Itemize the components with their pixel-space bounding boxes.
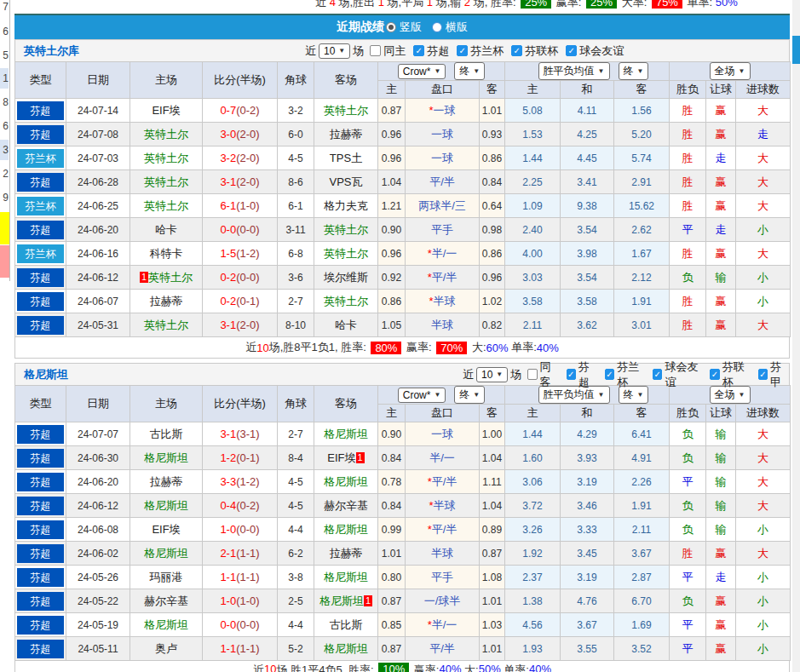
handicap-text: 平/半: [432, 475, 458, 488]
column-header-2: 主场: [130, 62, 203, 99]
summary-part: 60%: [486, 342, 509, 354]
result-handicap: 走: [706, 566, 736, 589]
handicap-text: 一球: [431, 152, 453, 164]
same-venue-checkbox[interactable]: [370, 45, 381, 56]
home-team: EIF埃: [130, 99, 203, 123]
layout-radio-vertical[interactable]: [386, 22, 396, 32]
result-wdl: 平: [670, 613, 706, 637]
crow-away-odds: 0.64: [480, 194, 505, 218]
odds-source-select[interactable]: Crow*▼: [398, 64, 446, 79]
mean-home-odds: 2.40: [505, 218, 561, 242]
overall-stats-part: 单率:: [684, 0, 716, 9]
handicap-line: *半球: [406, 290, 480, 313]
page: 765186329 近 4 场,胜出 1 场,平局 1 场,输 2 场, 胜率:…: [0, 0, 800, 672]
home-team-name: 格尼斯坦: [144, 547, 188, 560]
mean-home-odds: 3.06: [505, 470, 561, 494]
odds-source-select[interactable]: Crow*▼: [398, 388, 446, 403]
odds-final-select[interactable]: 终▼: [454, 386, 485, 404]
match-row: 芬超24-05-19格尼斯坦0-0(0-0)4-4古比斯0.85*半/一1.03…: [15, 613, 791, 637]
league-type-badge: 芬兰杯: [17, 149, 64, 168]
mean-final-select[interactable]: 终▼: [619, 62, 649, 80]
mean-home-odds: 3.58: [505, 290, 561, 313]
chevron-down-icon: ▼: [637, 391, 644, 399]
scrollbar-track[interactable]: [792, 0, 800, 672]
match-type-cell: 芬超: [15, 446, 66, 470]
league-checkbox-1[interactable]: ✓: [605, 369, 614, 380]
result-handicap: 输: [706, 518, 736, 542]
full-time-score: 0-7: [220, 104, 236, 117]
corner-score: 4-4: [278, 613, 314, 637]
sub-header-1: 盘口: [406, 81, 480, 99]
handicap-line: 两球半/三: [406, 194, 480, 218]
result-handicap: 走: [706, 218, 736, 242]
mean-type-select[interactable]: 胜平负均值▼: [538, 62, 610, 80]
home-team-name: 英特土尔: [148, 271, 193, 284]
matches-count-select[interactable]: 10▼: [476, 367, 508, 382]
away-team-name: 英特土尔: [324, 223, 368, 236]
overall-stats-bar: 近 4 场,胜出 1 场,平局 1 场,输 2 场, 胜率: 25% 赢率: 2…: [14, 0, 790, 15]
summary-part: 10: [256, 342, 268, 354]
match-type-cell: 芬超: [15, 637, 66, 661]
mean-away-odds: 2.26: [614, 470, 670, 494]
layout-radio-horizontal-label[interactable]: 横版: [446, 20, 468, 35]
scope-select[interactable]: 全场▼: [710, 62, 751, 80]
mean-final-select-value: 终: [624, 388, 634, 402]
league-checkbox-0[interactable]: ✓: [567, 369, 576, 380]
layout-radio-vertical-label[interactable]: 竖版: [400, 20, 422, 35]
column-header-5: 客场: [314, 62, 378, 99]
matches-count-select[interactable]: 10▼: [319, 43, 350, 59]
same-venue-label: 同客: [540, 359, 559, 390]
mean-away-odds: 2.62: [614, 218, 670, 242]
match-date: 24-06-20: [66, 218, 130, 242]
banner-title: 近期战绩: [337, 20, 384, 35]
handicap-line: 一球: [406, 123, 480, 146]
table-header-row-dropdowns: 类型日期主场比分(半场)角球客场Crow*▼终▼胜平负均值▼终▼全场▼: [15, 62, 791, 81]
odds-dropdown-cell: Crow*▼终▼: [378, 62, 505, 81]
league-checkbox-2[interactable]: ✓: [511, 45, 522, 56]
result-handicap: 赢: [706, 290, 736, 313]
result-wdl: 负: [670, 266, 706, 290]
league-type-badge: 芬超: [17, 473, 64, 491]
mean-home-odds: 1.60: [505, 446, 561, 470]
away-team: 拉赫蒂: [314, 123, 378, 146]
league-checkbox-0[interactable]: ✓: [413, 45, 424, 56]
away-team-name: EIF埃: [327, 451, 355, 464]
away-team: TPS土: [314, 146, 378, 170]
handicap-text: 半/一: [429, 451, 455, 464]
full-time-score: 0-2: [220, 271, 236, 284]
corner-score: 5-2: [278, 637, 314, 661]
scrollbar-thumb[interactable]: [792, 36, 800, 64]
odds-final-select[interactable]: 终▼: [454, 62, 485, 80]
away-team-name: 英特土尔: [324, 295, 368, 307]
league-checkbox-2[interactable]: ✓: [653, 369, 662, 380]
league-checkbox-1[interactable]: ✓: [457, 45, 468, 56]
result-wdl: 胜: [670, 99, 706, 123]
result-handicap: 赢: [706, 242, 736, 266]
league-checkbox-4[interactable]: ✓: [758, 369, 768, 380]
result-wdl: 平: [670, 470, 706, 494]
full-time-score: 3-2: [220, 152, 236, 164]
match-score: 3-2(2-0): [203, 146, 278, 170]
result-wdl: 胜: [670, 290, 706, 313]
match-score: 2-1(1-1): [203, 542, 278, 566]
away-team-name: 英特土尔: [324, 104, 368, 117]
summary-part: 赢率:: [403, 340, 435, 355]
league-type-badge: 芬超: [17, 640, 64, 658]
crow-away-odds: 1.00: [480, 422, 505, 446]
match-type-cell: 芬超: [15, 566, 66, 589]
mean-away-odds: 3.52: [614, 637, 670, 661]
chevron-down-icon: ▼: [739, 391, 745, 399]
result-wdl: 平: [670, 566, 706, 589]
corner-score: 3-11: [278, 218, 314, 242]
half-time-score: (0-2): [236, 499, 259, 512]
mean-away-odds: 1.69: [614, 613, 670, 637]
league-checkbox-3[interactable]: ✓: [566, 45, 577, 56]
result-handicap: 输: [706, 494, 736, 518]
league-checkbox-label: 球会友谊: [665, 359, 702, 390]
league-checkbox-3[interactable]: ✓: [710, 369, 719, 380]
same-venue-checkbox[interactable]: [527, 369, 537, 380]
summary-part: 10%: [378, 663, 409, 672]
result-goals: 小: [736, 266, 791, 290]
match-score: 3-3(1-2): [203, 470, 278, 494]
layout-radio-horizontal[interactable]: [432, 22, 442, 32]
